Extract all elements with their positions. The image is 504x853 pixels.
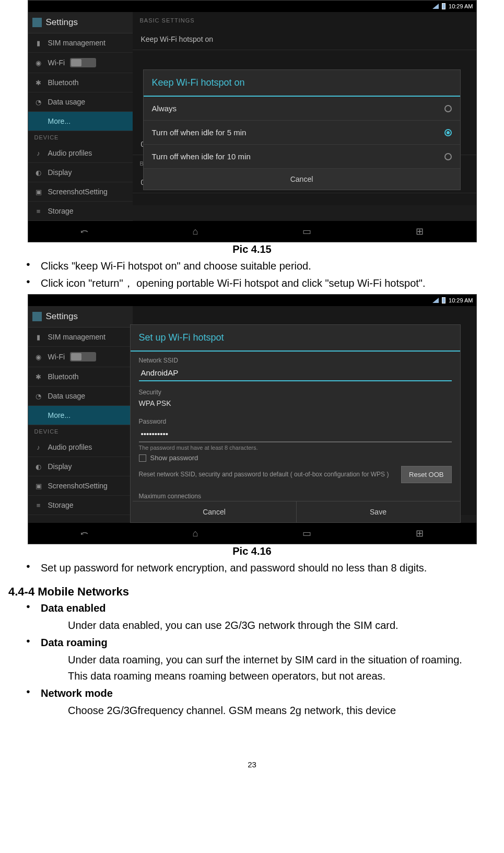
sidebar-item-more[interactable]: More... [28, 406, 133, 425]
sidebar-item-data-usage[interactable]: ◔Data usage [28, 387, 133, 406]
status-time: 10:29 AM [449, 3, 473, 9]
screenshot-pic-4-15: 10:29 AM Settings ▮SIM management ◉Wi-Fi… [28, 0, 477, 242]
screenshot-icon: ▣ [34, 188, 43, 196]
audio-icon: ♪ [34, 149, 43, 157]
nav-bar: ⤺ ⌂ ▭ ⊞ [28, 523, 476, 544]
bullet-2: Click icon "return"， opening portable Wi… [26, 276, 493, 291]
settings-title: Settings [46, 17, 78, 28]
max-conn-label: Maximum connections [131, 487, 460, 501]
sidebar-item-storage[interactable]: ≡Storage [28, 202, 133, 221]
ssid-input[interactable]: AndroidAP [139, 365, 452, 381]
signal-icon [432, 298, 439, 303]
checkbox-icon [139, 454, 146, 462]
sim-icon: ▮ [34, 39, 43, 47]
security-select[interactable]: WPA PSK [139, 397, 452, 410]
sidebar-item-data-usage[interactable]: ◔Data usage [28, 92, 133, 112]
settings-header: Settings [28, 306, 133, 328]
keep-hotspot-row[interactable]: Keep Wi-Fi hotspot on [133, 29, 476, 50]
sidebar-item-bluetooth[interactable]: ✱Bluetooth [28, 367, 133, 387]
show-password-checkbox[interactable]: Show password [139, 454, 452, 462]
radio-icon [444, 153, 452, 160]
setup-hotspot-dialog: Set up Wi-Fi hotspot Network SSID Androi… [130, 324, 461, 523]
settings-sidebar: Settings ▮SIM management ◉Wi-Fi ✱Bluetoo… [28, 12, 133, 221]
settings-icon [32, 312, 42, 321]
wifi-toggle[interactable] [70, 352, 96, 361]
recent-icon[interactable]: ▭ [302, 226, 311, 237]
settings-title: Settings [46, 311, 78, 322]
dialog-title: Set up Wi-Fi hotspot [131, 325, 460, 352]
home-icon[interactable]: ⌂ [193, 528, 198, 539]
audio-icon: ♪ [34, 443, 43, 451]
data-usage-icon: ◔ [34, 392, 43, 400]
sidebar-item-screenshot[interactable]: ▣ScreenshotSetting [28, 182, 133, 202]
dialog-option-always[interactable]: Always [144, 97, 460, 121]
back-icon[interactable]: ⤺ [80, 226, 88, 237]
storage-icon: ≡ [34, 501, 43, 509]
battery-icon [442, 297, 446, 303]
bullet-network-mode: Network mode [26, 686, 493, 701]
sidebar-item-sim[interactable]: ▮SIM management [28, 33, 133, 53]
reset-oob-button[interactable]: Reset OOB [401, 466, 451, 483]
bluetooth-icon: ✱ [34, 372, 43, 381]
sidebar-item-sim[interactable]: ▮SIM management [28, 328, 133, 347]
wifi-icon: ◉ [34, 353, 43, 361]
wifi-toggle[interactable] [70, 58, 96, 67]
bullet-1: Clicks "keep Wi-Fi hotspot on" and choos… [26, 259, 493, 274]
sim-icon: ▮ [34, 333, 43, 341]
sidebar-item-display[interactable]: ◐Display [28, 457, 133, 476]
page-number: 23 [5, 760, 499, 769]
password-label: Password [131, 413, 460, 426]
caption-pic-4-15: Pic 4.15 [5, 243, 499, 255]
sidebar-item-wifi[interactable]: ◉Wi-Fi [28, 53, 133, 73]
sidebar-item-display[interactable]: ◐Display [28, 163, 133, 182]
status-bar: 10:29 AM [28, 295, 476, 306]
dialog-cancel-button[interactable]: Cancel [133, 501, 297, 522]
keep-hotspot-dialog: Keep Wi-Fi hotspot on Always Turn off wh… [143, 69, 461, 190]
sidebar-item-wifi[interactable]: ◉Wi-Fi [28, 347, 133, 367]
password-hint: The password must have at least 8 charac… [139, 445, 452, 451]
display-icon: ◐ [34, 168, 43, 177]
nav-bar: ⤺ ⌂ ▭ ⊞ [28, 221, 476, 242]
reset-oob-text: Reset network SSID, security and passwor… [139, 471, 396, 479]
screenshot-nav-icon[interactable]: ⊞ [416, 528, 424, 539]
battery-icon [442, 3, 446, 9]
recent-icon[interactable]: ▭ [302, 528, 311, 539]
more-icon [34, 411, 43, 419]
screenshot-icon: ▣ [34, 482, 43, 490]
network-mode-body: Choose 2G/3Gfrequency channel. GSM means… [5, 703, 499, 718]
sidebar-item-bluetooth[interactable]: ✱Bluetooth [28, 73, 133, 92]
screenshot-nav-icon[interactable]: ⊞ [416, 226, 424, 237]
status-bar: 10:29 AM [28, 1, 476, 12]
sidebar-item-screenshot[interactable]: ▣ScreenshotSetting [28, 476, 133, 496]
sidebar-item-storage[interactable]: ≡Storage [28, 496, 133, 515]
password-input[interactable]: •••••••••• [139, 426, 452, 442]
settings-icon [32, 18, 42, 27]
dialog-cancel-button[interactable]: Cancel [144, 169, 460, 190]
ssid-label: Network SSID [131, 352, 460, 365]
sidebar-device-label: DEVICE [28, 131, 133, 144]
radio-icon [444, 129, 452, 136]
screenshot-pic-4-16: 10:29 AM Settings ▮SIM management ◉Wi-Fi… [28, 294, 477, 544]
data-roaming-body-2: This data roaming means roaming between … [5, 669, 499, 684]
sidebar-item-audio[interactable]: ♪Audio profiles [28, 144, 133, 163]
radio-icon [444, 105, 452, 112]
basic-settings-label: BASIC SETTINGS [133, 12, 476, 29]
dialog-option-10min[interactable]: Turn off when idle for 10 min [144, 145, 460, 169]
home-icon[interactable]: ⌂ [193, 226, 198, 237]
data-enabled-body: Under data enabled, you can use 2G/3G ne… [5, 618, 499, 633]
status-time: 10:29 AM [449, 297, 473, 303]
dialog-option-5min[interactable]: Turn off when idle for 5 min [144, 121, 460, 145]
bullet-3: Set up password for network encryption, … [26, 560, 493, 576]
sidebar-item-audio[interactable]: ♪Audio profiles [28, 438, 133, 457]
dialog-title: Keep Wi-Fi hotspot on [144, 70, 460, 97]
back-icon[interactable]: ⤺ [80, 528, 88, 539]
section-heading: 4.4-4 Mobile Networks [8, 585, 499, 599]
data-roaming-body-1: Under data roaming, you can surf the int… [5, 652, 499, 668]
sidebar-item-more[interactable]: More... [28, 112, 133, 131]
storage-icon: ≡ [34, 207, 43, 215]
signal-icon [432, 4, 439, 9]
bullet-data-roaming: Data roaming [26, 635, 493, 650]
settings-header: Settings [28, 12, 133, 33]
display-icon: ◐ [34, 462, 43, 471]
dialog-save-button[interactable]: Save [297, 501, 460, 522]
